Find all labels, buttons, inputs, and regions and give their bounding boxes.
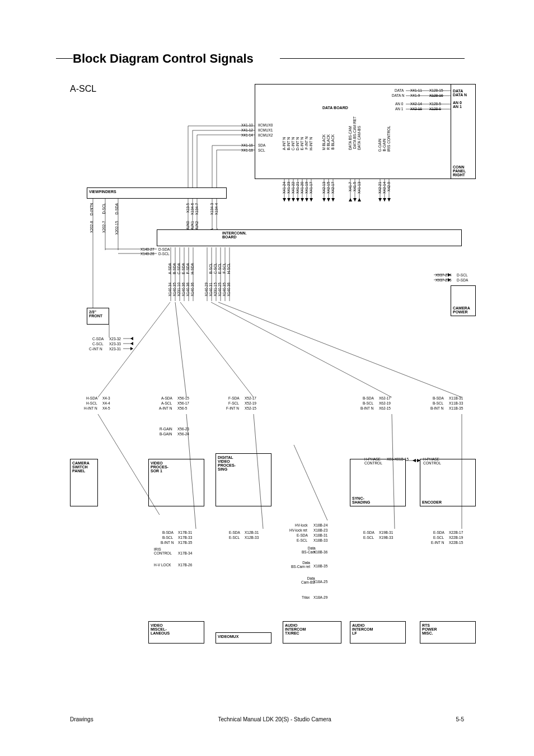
svg-line-61: [254, 414, 263, 529]
wiring-svg: [70, 84, 476, 660]
svg-marker-88: [130, 347, 133, 350]
svg-marker-89: [448, 273, 451, 276]
footer-center: Technical Manual LDK 20(S) - Studio Came…: [218, 716, 331, 722]
svg-marker-85: [387, 198, 391, 201]
svg-marker-72: [292, 198, 295, 201]
svg-marker-77: [322, 198, 326, 201]
title-rule-right: [280, 58, 465, 59]
svg-marker-90: [448, 278, 451, 281]
page-title: Block Diagram Control Signals: [73, 51, 254, 66]
page-footer: Drawings Technical Manual LDK 20(S) - St…: [70, 716, 464, 722]
footer-right: 5-5: [456, 716, 464, 722]
svg-marker-82: [358, 198, 361, 201]
svg-line-59: [98, 414, 160, 515]
svg-marker-86: [130, 337, 133, 340]
svg-marker-92: [413, 459, 416, 462]
svg-marker-87: [130, 342, 133, 345]
svg-line-60: [186, 414, 196, 529]
svg-marker-84: [383, 198, 386, 201]
svg-marker-81: [353, 198, 357, 201]
svg-marker-78: [327, 198, 330, 201]
svg-line-42: [98, 302, 170, 397]
svg-line-63: [392, 414, 395, 529]
svg-line-62: [294, 445, 327, 520]
svg-marker-75: [305, 198, 308, 201]
svg-marker-73: [296, 198, 299, 201]
svg-marker-71: [287, 198, 291, 201]
title-rule-left: [56, 58, 73, 59]
svg-line-44: [180, 302, 254, 397]
svg-marker-76: [310, 198, 313, 201]
svg-marker-83: [378, 198, 382, 201]
svg-marker-91: [417, 459, 420, 462]
svg-marker-74: [301, 198, 304, 201]
block-diagram: DATA BOARD DATA DATA N AN 0 AN 1 X41-11 …: [70, 84, 473, 660]
svg-line-46: [218, 302, 462, 397]
svg-line-45: [211, 302, 392, 397]
svg-marker-70: [283, 198, 286, 201]
svg-marker-80: [349, 198, 352, 201]
svg-marker-79: [331, 198, 335, 201]
svg-line-43: [175, 302, 186, 397]
footer-left: Drawings: [70, 716, 93, 722]
